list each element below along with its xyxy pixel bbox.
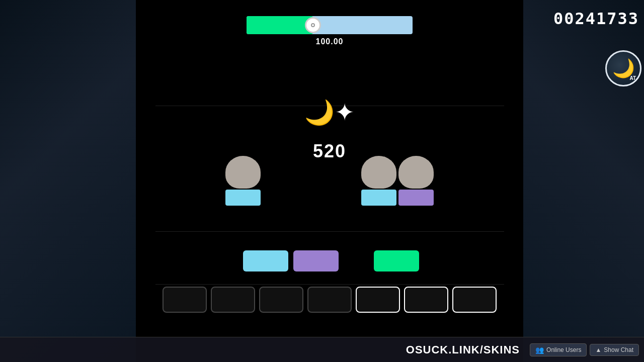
- online-users-button[interactable]: 👥 Online Users: [530, 343, 587, 356]
- slot-7[interactable]: [452, 287, 497, 313]
- bg-left-panel: [0, 0, 136, 362]
- avatar: 🌙 AT: [605, 50, 641, 86]
- char-head-left: [225, 156, 261, 189]
- bottom-bar: OSUCK.LINK/SKINS 👥 Online Users ▲ Show C…: [0, 337, 644, 362]
- characters-row: [136, 156, 523, 206]
- show-chat-button[interactable]: ▲ Show Chat: [590, 344, 639, 356]
- night-icon: 🌙✦: [304, 98, 355, 127]
- slot-2[interactable]: [211, 287, 255, 313]
- key-button-purple[interactable]: [293, 250, 339, 272]
- moon-icon: 🌙: [612, 59, 635, 77]
- progress-circle-inner: [311, 23, 315, 27]
- chevron-up-icon: ▲: [595, 346, 601, 353]
- character-right-1: [361, 156, 396, 206]
- avatar-label: AT: [629, 75, 636, 81]
- char-body-right2: [398, 190, 434, 206]
- key-buttons-row: [136, 250, 523, 272]
- slots-row: [136, 287, 523, 313]
- char-body-right1: [361, 190, 396, 206]
- slot-5[interactable]: [356, 287, 400, 313]
- show-chat-label: Show Chat: [604, 346, 633, 353]
- users-icon: 👥: [535, 346, 544, 354]
- char-head-right1: [361, 156, 396, 189]
- key-button-cyan[interactable]: [243, 250, 288, 272]
- osuck-link: OSUCK.LINK/SKINS: [406, 343, 520, 356]
- char-body-left: [225, 190, 261, 206]
- slot-1[interactable]: [163, 287, 207, 313]
- score-display: 00241733: [553, 9, 639, 28]
- slot-3[interactable]: [259, 287, 303, 313]
- progress-circle: [305, 17, 321, 33]
- character-right-2: [398, 156, 434, 206]
- divider-line-2: [155, 231, 504, 232]
- slot-6[interactable]: [404, 287, 448, 313]
- key-button-green[interactable]: [374, 250, 419, 272]
- progress-bar-bg: [247, 16, 413, 34]
- progress-bar-container: 100.00: [247, 15, 413, 35]
- character-left: [225, 156, 261, 206]
- slot-4[interactable]: [307, 287, 352, 313]
- online-users-label: Online Users: [546, 346, 581, 353]
- divider-line-3: [155, 284, 504, 285]
- progress-label: 100.00: [316, 37, 344, 46]
- char-head-right2: [398, 156, 434, 189]
- progress-bar-fill: [247, 16, 313, 34]
- character-right-group: [361, 156, 434, 206]
- game-area: 100.00 🌙✦ 520: [136, 0, 523, 362]
